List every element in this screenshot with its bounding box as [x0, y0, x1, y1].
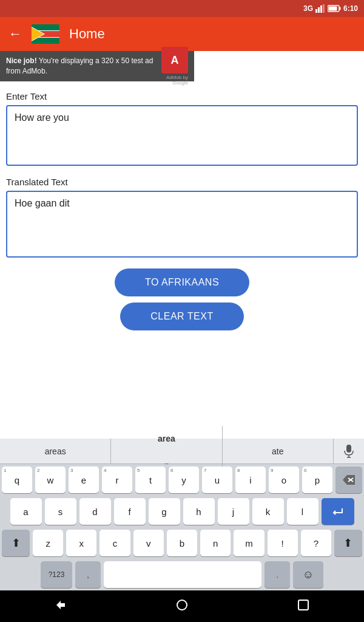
key-question[interactable]: ? — [301, 530, 331, 556]
battery-icon — [328, 5, 341, 12]
space-key[interactable] — [104, 561, 261, 588]
svg-rect-2 — [320, 5, 322, 13]
recents-nav-icon — [297, 598, 310, 612]
suggestions-row: areas area ··· ate — [0, 439, 364, 464]
status-bar: 3G 6:10 — [0, 0, 364, 17]
ad-by-text: AdMob by Google — [157, 75, 188, 86]
svg-rect-0 — [315, 9, 317, 13]
key-w[interactable]: 2w — [35, 466, 66, 493]
svg-rect-16 — [346, 445, 351, 453]
back-button[interactable]: ← — [8, 26, 22, 42]
key-v[interactable]: v — [133, 530, 164, 556]
key-z[interactable]: z — [33, 530, 63, 556]
nav-bar: ← Home — [0, 17, 364, 51]
numbers-key[interactable]: ?123 — [41, 561, 72, 588]
key-p[interactable]: 0p — [302, 466, 332, 493]
key-u[interactable]: 7u — [202, 466, 232, 493]
key-exclaim[interactable]: ! — [268, 530, 298, 556]
svg-rect-1 — [318, 7, 320, 13]
key-c[interactable]: c — [99, 530, 130, 556]
page-title: Home — [69, 26, 105, 42]
key-k[interactable]: k — [252, 498, 284, 525]
key-t[interactable]: 5t — [135, 466, 166, 493]
svg-rect-6 — [328, 7, 337, 11]
enter-text-label: Enter Text — [6, 91, 358, 101]
microphone-icon — [343, 445, 354, 458]
key-j[interactable]: j — [218, 498, 249, 525]
enter-key[interactable] — [322, 498, 354, 525]
key-l[interactable]: l — [287, 498, 318, 525]
suggestion-ate[interactable]: ate — [223, 439, 334, 464]
backspace-icon — [343, 475, 355, 485]
back-nav-button[interactable] — [54, 598, 67, 615]
key-m[interactable]: m — [234, 530, 264, 556]
key-a[interactable]: a — [10, 498, 42, 525]
key-o[interactable]: 9o — [269, 466, 299, 493]
recents-nav-button[interactable] — [297, 598, 310, 615]
admob-logo: A — [161, 47, 188, 73]
ad-banner: Nice job! You're displaying a 320 x 50 t… — [0, 51, 194, 81]
shift-left-key[interactable]: ⬆ — [2, 530, 30, 556]
home-nav-button[interactable] — [175, 598, 189, 615]
key-b[interactable]: b — [167, 530, 197, 556]
key-d[interactable]: d — [79, 498, 111, 525]
key-q[interactable]: 1q — [2, 466, 32, 493]
flag-icon — [32, 24, 59, 44]
key-f[interactable]: f — [114, 498, 146, 525]
status-icons: 3G 6:10 — [303, 4, 358, 13]
keyboard: areas area ··· ate 1q 2w 3e 4r 5t 6y 7u … — [0, 439, 364, 590]
svg-rect-24 — [298, 600, 308, 610]
key-e[interactable]: 3e — [69, 466, 99, 493]
key-g[interactable]: g — [149, 498, 180, 525]
comma-key[interactable]: , — [75, 561, 101, 588]
period-key[interactable]: . — [265, 561, 290, 588]
key-r[interactable]: 4r — [102, 466, 132, 493]
ad-text: Nice job! You're displaying a 320 x 50 t… — [6, 56, 157, 77]
svg-marker-19 — [343, 475, 355, 485]
key-n[interactable]: n — [200, 530, 231, 556]
clear-text-button[interactable]: CLEAR TEXT — [120, 302, 243, 330]
enter-icon — [331, 507, 345, 516]
svg-marker-22 — [56, 601, 65, 609]
backspace-key[interactable] — [335, 466, 362, 493]
shift-right-key[interactable]: ⬆ — [334, 530, 362, 556]
home-nav-icon — [175, 598, 189, 612]
translated-text-label: Translated Text — [6, 177, 358, 187]
translated-text-output[interactable]: Hoe gaan dit — [6, 191, 358, 258]
to-afrikaans-button[interactable]: TO AFRIKAANS — [115, 268, 249, 296]
key-h[interactable]: h — [183, 498, 215, 525]
enter-text-input[interactable]: How are you — [6, 105, 358, 166]
keyboard-row-2: a s d f g h j k l — [0, 496, 364, 527]
signal-indicator: 3G — [303, 4, 313, 13]
key-x[interactable]: x — [66, 530, 96, 556]
time-display: 6:10 — [343, 4, 358, 13]
svg-rect-3 — [323, 4, 325, 13]
emoji-key[interactable]: ☺ — [293, 561, 323, 588]
bottom-nav — [0, 590, 364, 622]
key-s[interactable]: s — [45, 498, 76, 525]
mic-button[interactable] — [334, 439, 364, 464]
svg-point-23 — [177, 600, 187, 610]
keyboard-row-4: ?123 , . ☺ — [0, 559, 364, 590]
signal-bars-icon — [315, 4, 325, 13]
main-content: Enter Text How are you Translated Text H… — [0, 81, 364, 341]
keyboard-row-3: ⬆ z x c v b n m ! ? ⬆ — [0, 527, 364, 559]
keyboard-row-1: 1q 2w 3e 4r 5t 6y 7u 8i 9o 0p — [0, 464, 364, 496]
svg-rect-5 — [339, 7, 340, 10]
key-y[interactable]: 6y — [169, 466, 199, 493]
suggestion-areas[interactable]: areas — [0, 439, 111, 464]
back-nav-icon — [54, 598, 67, 612]
action-buttons: TO AFRIKAANS CLEAR TEXT — [6, 268, 358, 337]
key-i[interactable]: 8i — [235, 466, 266, 493]
